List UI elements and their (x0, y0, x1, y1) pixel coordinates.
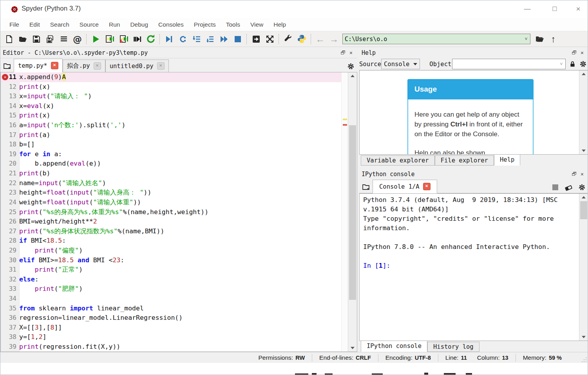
code-line[interactable]: b=[] (19, 140, 342, 150)
fullscreen-button[interactable] (263, 32, 277, 46)
debug-step-button[interactable] (176, 32, 190, 46)
tab-file-explorer[interactable]: File explorer (435, 155, 494, 166)
debug-continue-button[interactable] (217, 32, 231, 46)
code-line[interactable]: print("%s的身高为%s,体重为%s"%(name,height,weig… (19, 207, 342, 217)
save-button[interactable] (29, 32, 43, 46)
close-button[interactable]: × (570, 3, 587, 15)
run-cell-button[interactable] (103, 32, 116, 46)
menu-source[interactable]: Source (74, 21, 104, 28)
scroll-down-icon[interactable] (348, 344, 357, 352)
debug-step-into-button[interactable] (190, 32, 203, 46)
code-line[interactable]: print("偏瘦") (19, 246, 342, 256)
save-all-button[interactable] (43, 32, 57, 46)
code-line[interactable] (19, 294, 342, 304)
menu-view[interactable]: View (245, 21, 268, 28)
rerun-cell-button[interactable] (144, 32, 157, 46)
close-tab-icon[interactable]: × (423, 183, 431, 190)
menu-projects[interactable]: Projects (189, 21, 221, 28)
code-editor[interactable]: ✕111213141516171819202122232425262728293… (0, 72, 357, 352)
working-directory-combobox[interactable]: C:\Users\o.o ˅ (342, 34, 530, 44)
chevron-down-icon[interactable]: ˅ (557, 61, 565, 67)
resize-grip[interactable] (582, 357, 586, 362)
interrupt-kernel-icon[interactable] (548, 181, 562, 193)
code-line[interactable]: a=input('n个数:').split(',') (19, 121, 342, 130)
code-line[interactable]: else: (19, 275, 342, 285)
help-source-combobox[interactable]: Console (381, 59, 420, 69)
code-line[interactable]: y=[1,2] (19, 332, 342, 342)
close-pane-icon[interactable]: ✕ (578, 50, 586, 56)
clear-console-eraser-icon[interactable] (562, 181, 575, 193)
code-line[interactable]: weight=float(input("请输入体重")) (19, 198, 342, 207)
parent-directory-button[interactable]: ↑ (546, 32, 560, 46)
code-line[interactable]: elif BMI>=18.5 and BMI <23: (19, 256, 342, 265)
float-pane-icon[interactable]: 🗗 (570, 171, 578, 177)
help-scrollbar[interactable] (579, 70, 588, 154)
code-line[interactable]: print("肥胖") (19, 284, 342, 294)
code-line[interactable]: x=input("请输入： ") (19, 92, 342, 101)
browse-tabs-icon[interactable] (359, 181, 373, 193)
code-line[interactable]: from sklearn import linear_model (19, 304, 342, 314)
scroll-up-icon[interactable] (579, 194, 588, 201)
symbol-finder-button[interactable]: @ (71, 32, 84, 46)
float-pane-icon[interactable]: 🗗 (570, 50, 578, 56)
code-line[interactable]: x=eval(x) (19, 101, 342, 111)
menu-consoles[interactable]: Consoles (153, 21, 189, 28)
browse-tabs-icon[interactable] (0, 60, 14, 72)
code-line[interactable]: name=input("请输入姓名") (19, 178, 342, 188)
tab-history-log[interactable]: History log (427, 342, 479, 352)
menu-help[interactable]: Help (268, 21, 291, 28)
preferences-button[interactable] (281, 32, 295, 46)
code-line[interactable]: x.append(9)A (19, 72, 342, 82)
new-file-button[interactable] (2, 32, 16, 46)
scroll-down-icon[interactable] (579, 147, 588, 154)
file-switcher-button[interactable] (57, 32, 71, 46)
run-selection-button[interactable] (130, 32, 144, 46)
minimize-button[interactable]: — (519, 3, 536, 15)
float-pane-icon[interactable]: 🗗 (339, 50, 347, 56)
close-tab-icon[interactable]: × (51, 62, 58, 69)
code-line[interactable]: b.append(eval(e)) (19, 159, 342, 169)
console-options-gear-icon[interactable] (575, 181, 588, 193)
editor-scrollbar-thumb[interactable] (349, 125, 356, 300)
back-button[interactable]: ← (313, 32, 327, 46)
pythonpath-button[interactable] (295, 32, 309, 46)
scroll-up-icon[interactable] (579, 70, 588, 78)
code-line[interactable]: print(a) (19, 130, 342, 140)
open-file-button[interactable] (16, 32, 29, 46)
menu-debug[interactable]: Debug (125, 21, 153, 28)
code-line[interactable]: print(b) (19, 169, 342, 178)
code-line[interactable]: print("正常") (19, 265, 342, 275)
code-line[interactable]: print(regression.fit(X,y)) (19, 342, 342, 352)
maximize-button[interactable]: ☐ (546, 3, 563, 15)
menu-edit[interactable]: Edit (24, 21, 45, 28)
scroll-up-icon[interactable] (348, 72, 357, 79)
code-line[interactable]: print("%s的身体状况指数为%s"%(name,BMI)) (19, 227, 342, 236)
forward-button[interactable]: → (327, 32, 341, 46)
tab-ipython-console[interactable]: IPython console (361, 341, 427, 352)
close-pane-icon[interactable]: ✕ (578, 171, 586, 177)
chevron-down-icon[interactable]: ˅ (522, 36, 530, 42)
menu-search[interactable]: Search (45, 21, 74, 28)
code-line[interactable]: if BMI<18.5: (19, 236, 342, 246)
code-line[interactable]: regression=linear_model.LinearRegression… (19, 313, 342, 323)
code-line[interactable]: BMI=weight/height**2 (19, 217, 342, 227)
close-pane-icon[interactable]: ✕ (347, 50, 355, 56)
editor-tab[interactable]: temp.py*× (14, 59, 63, 72)
tab-variable-explorer[interactable]: Variable explorer (361, 155, 435, 166)
editor-code[interactable]: x.append(9)Aprint(x)x=input("请输入： ")x=ev… (19, 72, 342, 352)
run-file-button[interactable] (89, 32, 103, 46)
scroll-down-icon[interactable] (579, 334, 588, 341)
console-scrollbar[interactable] (579, 194, 588, 341)
editor-tab[interactable]: 拟合.py× (63, 59, 105, 72)
menu-tools[interactable]: Tools (221, 21, 245, 28)
console-prompt[interactable]: In [1]: (363, 261, 579, 270)
close-tab-icon[interactable]: × (157, 62, 165, 70)
help-object-combobox[interactable]: ˅ (452, 59, 566, 69)
console-scrollbar-thumb[interactable] (580, 201, 587, 219)
console-content[interactable]: Python 3.7.4 (default, Aug 9 2019, 18:34… (359, 193, 588, 341)
menu-run[interactable]: Run (104, 21, 125, 28)
debug-step-return-button[interactable] (203, 32, 217, 46)
code-line[interactable]: X=[[3],[8]] (19, 323, 342, 333)
maximize-pane-button[interactable] (249, 32, 263, 46)
menu-file[interactable]: File (4, 21, 24, 28)
